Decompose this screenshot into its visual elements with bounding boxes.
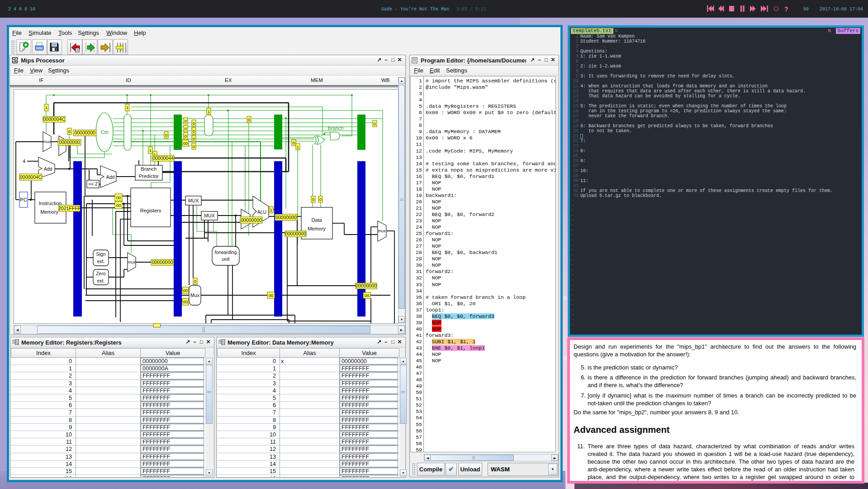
- svg-text:0: 0: [374, 121, 376, 126]
- svg-text:0: 0: [185, 134, 187, 139]
- svg-text:00000000: 00000000: [152, 259, 173, 265]
- svg-text:0: 0: [193, 144, 195, 149]
- svg-text:0000004C: 0000004C: [43, 116, 65, 122]
- svg-text:unit: unit: [222, 256, 230, 262]
- svg-text:0000004C: 0000004C: [20, 174, 42, 180]
- svg-text:00000000: 00000000: [356, 283, 377, 288]
- svg-text:0: 0: [319, 197, 322, 202]
- svg-text:<< 2: << 2: [88, 182, 97, 187]
- svg-text:?: ?: [784, 5, 788, 13]
- svg-text:ext.: ext.: [97, 278, 105, 283]
- svg-text:1: 1: [149, 148, 152, 153]
- svg-text:00000000: 00000000: [275, 215, 297, 220]
- svg-text:Branch: Branch: [328, 125, 344, 131]
- svg-text:1: 1: [270, 207, 272, 212]
- svg-text:0: 0: [193, 136, 195, 141]
- svg-text:forwarding: forwarding: [214, 249, 237, 255]
- svg-text:Registers: Registers: [140, 208, 161, 213]
- svg-text:00: 00: [116, 203, 121, 208]
- svg-text:1: 1: [126, 105, 128, 110]
- svg-text:00000000: 00000000: [285, 231, 306, 236]
- svg-text:0: 0: [312, 197, 314, 202]
- svg-text:MUX: MUX: [188, 198, 199, 203]
- svg-text:0: 0: [193, 129, 195, 134]
- svg-text:Predictor: Predictor: [139, 173, 159, 179]
- svg-text:MUX: MUX: [204, 213, 214, 218]
- svg-text:1: 1: [297, 144, 299, 149]
- svg-text:S: S: [14, 58, 17, 63]
- svg-text:00: 00: [116, 195, 121, 200]
- svg-text:Zero: Zero: [96, 271, 106, 276]
- svg-text:0: 0: [194, 279, 196, 284]
- svg-text:00: 00: [183, 299, 188, 304]
- svg-text:0: 0: [248, 117, 250, 122]
- svg-text:Memory: Memory: [308, 226, 326, 231]
- svg-text:00000000: 00000000: [241, 217, 262, 223]
- svg-text:mux: mux: [128, 260, 136, 264]
- svg-text:Sign: Sign: [96, 251, 105, 257]
- svg-text:Ctrl: Ctrl: [100, 129, 108, 135]
- svg-text:ext.: ext.: [97, 259, 105, 264]
- svg-text:PC: PC: [20, 197, 27, 202]
- svg-text:00000044: 00000044: [152, 155, 174, 161]
- svg-text:ALU: ALU: [257, 209, 266, 215]
- svg-text:Add: Add: [106, 174, 115, 180]
- svg-text:00000000: 00000000: [59, 139, 80, 145]
- svg-text:Mux: Mux: [190, 292, 200, 298]
- svg-text:Memory: Memory: [40, 209, 58, 215]
- svg-text:1: 1: [45, 105, 47, 110]
- svg-text:1: 1: [208, 109, 210, 114]
- svg-text:00: 00: [183, 288, 188, 293]
- svg-text:Add: Add: [44, 166, 52, 172]
- svg-text:mux: mux: [43, 139, 51, 144]
- svg-text:2021FFFF: 2021FFFF: [58, 206, 81, 211]
- svg-text:0: 0: [165, 133, 167, 138]
- svg-text:00: 00: [269, 293, 274, 298]
- svg-text:Branch: Branch: [141, 166, 157, 172]
- svg-text:Data: Data: [311, 217, 322, 223]
- svg-text:00000000: 00000000: [74, 130, 95, 135]
- svg-text:0: 0: [68, 129, 71, 134]
- svg-text:00: 00: [183, 141, 188, 146]
- svg-text:mux: mux: [378, 229, 386, 233]
- svg-text:00: 00: [365, 293, 370, 298]
- svg-text:0: 0: [193, 121, 195, 126]
- svg-text:4: 4: [23, 158, 25, 164]
- svg-text:0: 0: [185, 119, 187, 124]
- svg-text:0: 0: [293, 140, 295, 145]
- svg-text:0: 0: [185, 126, 187, 131]
